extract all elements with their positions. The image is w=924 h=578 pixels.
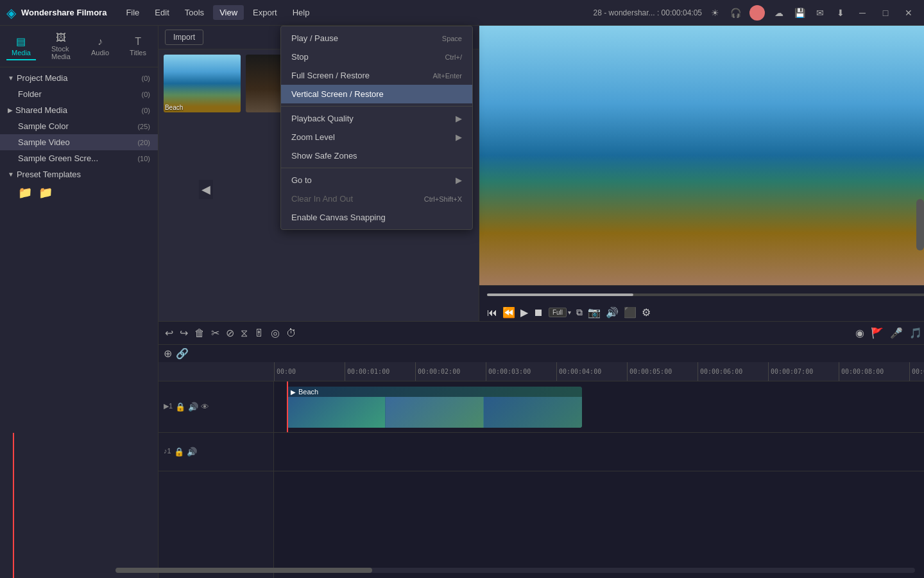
stop-label: Stop bbox=[291, 52, 309, 62]
ruler-09: 00:00:09:00 bbox=[909, 362, 924, 381]
marker-button[interactable]: 🚩 bbox=[871, 327, 884, 339]
snapshot-button[interactable]: 📷 bbox=[588, 306, 601, 319]
save-frame-button[interactable]: ⬛ bbox=[624, 306, 637, 319]
tab-media[interactable]: ▤ Media bbox=[6, 33, 36, 60]
snap-button[interactable]: ◉ bbox=[855, 327, 864, 339]
sample-video-count: (20) bbox=[137, 139, 150, 146]
redo-button[interactable]: ↪ bbox=[180, 327, 188, 339]
timeline-scrollbar[interactable] bbox=[116, 568, 915, 573]
goto-arrow: ▶ bbox=[456, 175, 462, 185]
menu-goto[interactable]: Go to ▶ bbox=[281, 171, 472, 189]
tab-audio[interactable]: ♪ Audio bbox=[86, 33, 114, 59]
mail-icon[interactable]: ✉ bbox=[814, 6, 826, 19]
menu-zoom-level[interactable]: Zoom Level ▶ bbox=[281, 128, 472, 146]
folder-count: (0) bbox=[142, 91, 150, 98]
tab-stock-media[interactable]: 🖼 Stock Media bbox=[46, 30, 76, 63]
menu-canvas-snap[interactable]: Enable Canvas Snapping bbox=[281, 208, 472, 227]
clip-name: Beach bbox=[298, 388, 318, 396]
menu-export[interactable]: Export bbox=[246, 5, 284, 20]
menu-view[interactable]: View bbox=[213, 5, 244, 20]
preset-templates-item[interactable]: ▼ Preset Templates bbox=[0, 166, 158, 182]
track1-volume-icon[interactable]: 🔊 bbox=[188, 402, 198, 412]
track2-note-icon[interactable]: ♪1 bbox=[164, 447, 171, 457]
media-tab-icon: ▤ bbox=[16, 35, 26, 48]
menu-stop[interactable]: Stop Ctrl+/ bbox=[281, 48, 472, 66]
save-icon[interactable]: 💾 bbox=[793, 6, 806, 19]
maximize-button[interactable]: □ bbox=[877, 4, 894, 22]
right-scroll-handle[interactable] bbox=[916, 199, 924, 250]
preview-controls: { } 00:00:00:00 bbox=[479, 285, 924, 304]
import-button[interactable]: Import bbox=[165, 30, 203, 45]
expand-arrow: ▼ bbox=[8, 74, 14, 82]
menu-clear-inout: Clear In And Out Ctrl+Shift+X bbox=[281, 189, 472, 208]
headphones-icon[interactable]: 🎧 bbox=[729, 6, 742, 19]
full-dropdown-arrow[interactable]: ▾ bbox=[568, 309, 571, 316]
audio-adjust-button[interactable]: 🎚 bbox=[254, 328, 264, 339]
left-scroll-arrow[interactable]: ◀ bbox=[199, 180, 213, 199]
speed-button[interactable]: ⏱ bbox=[286, 328, 296, 339]
minimize-button[interactable]: ─ bbox=[853, 4, 871, 22]
download-icon[interactable]: ⬇ bbox=[834, 6, 847, 19]
beach-clip[interactable]: ▶ Beach bbox=[287, 387, 582, 428]
clip-button[interactable]: ⊘ bbox=[226, 327, 234, 339]
screen-mode-button[interactable]: ⧉ bbox=[576, 307, 583, 318]
beach-preview-image bbox=[479, 26, 924, 285]
avatar[interactable] bbox=[749, 5, 765, 21]
preview-progress-bar[interactable] bbox=[487, 293, 924, 296]
tab-titles[interactable]: T Titles bbox=[124, 33, 151, 59]
close-button[interactable]: ✕ bbox=[900, 4, 918, 22]
play-button[interactable]: ▶ bbox=[520, 306, 528, 319]
sample-video-item[interactable]: Sample Video (20) bbox=[0, 134, 158, 150]
adjust-button[interactable]: ⧖ bbox=[241, 328, 248, 339]
shared-media-item[interactable]: ▶ Shared Media (0) bbox=[0, 102, 158, 118]
app-logo: ◈ bbox=[6, 5, 16, 21]
track1-lock-icon[interactable]: 🔒 bbox=[175, 402, 185, 412]
menu-tools[interactable]: Tools bbox=[178, 5, 210, 20]
playback-quality-arrow: ▶ bbox=[456, 114, 462, 123]
menu-vertical-screen[interactable]: Vertical Screen / Restore bbox=[281, 85, 472, 103]
cut-button[interactable]: ✂ bbox=[211, 327, 219, 339]
preview-video bbox=[479, 26, 924, 285]
sample-color-item[interactable]: Sample Color (25) bbox=[0, 118, 158, 134]
beach-thumbnail[interactable]: Beach bbox=[164, 55, 241, 112]
titlebar: ◈ Wondershare Filmora File Edit Tools Vi… bbox=[0, 0, 924, 26]
safe-zones-label: Show Safe Zones bbox=[291, 151, 357, 161]
top-section: Import Export ▽ ⠿ ◀ Beach bbox=[158, 26, 924, 321]
delete-button[interactable]: 🗑 bbox=[194, 328, 205, 339]
menu-file[interactable]: File bbox=[119, 5, 146, 20]
track1-play-icon[interactable]: ▶1 bbox=[164, 402, 173, 412]
timeline-scrollbar-thumb[interactable] bbox=[116, 568, 372, 573]
track2-lock-icon[interactable]: 🔒 bbox=[174, 447, 184, 457]
link-icon[interactable]: 🔗 bbox=[176, 347, 189, 360]
menu-help[interactable]: Help bbox=[286, 5, 316, 20]
preview-panel: { } 00:00:00:00 ⏮ ⏪ ▶ ⏹ Full ▾ ⧉ 📷 🔊 bbox=[479, 26, 924, 321]
menu-edit[interactable]: Edit bbox=[148, 5, 175, 20]
sample-green-label: Sample Green Scre... bbox=[18, 153, 137, 163]
motion-button[interactable]: ◎ bbox=[271, 327, 280, 339]
sample-green-item[interactable]: Sample Green Scre... (10) bbox=[0, 150, 158, 166]
track1-eye-icon[interactable]: 👁 bbox=[201, 402, 209, 412]
project-media-item[interactable]: ▼ Project Media (0) bbox=[0, 70, 158, 86]
sun-icon[interactable]: ☀ bbox=[708, 6, 721, 19]
settings-button[interactable]: ⚙ bbox=[642, 306, 651, 319]
tab-media-label: Media bbox=[12, 49, 31, 57]
volume-button[interactable]: 🔊 bbox=[606, 306, 619, 319]
clip-play-icon: ▶ bbox=[291, 389, 296, 396]
menu-play-pause[interactable]: Play / Pause Space bbox=[281, 29, 472, 48]
audio-track-button[interactable]: 🎵 bbox=[909, 327, 922, 339]
mic-button[interactable]: 🎤 bbox=[890, 327, 903, 339]
undo-button[interactable]: ↩ bbox=[165, 327, 173, 339]
folder-item[interactable]: Folder (0) bbox=[0, 86, 158, 102]
menu-playback-quality[interactable]: Playback Quality ▶ bbox=[281, 109, 472, 128]
prev-frame-button[interactable]: ⏪ bbox=[502, 306, 515, 319]
preset-folder-icons[interactable]: 📁 📁 bbox=[0, 182, 158, 203]
track2-volume-icon[interactable]: 🔊 bbox=[187, 447, 197, 457]
menu-safe-zones[interactable]: Show Safe Zones bbox=[281, 146, 472, 165]
add-track-icon[interactable]: ⊕ bbox=[164, 347, 172, 360]
cloud-icon[interactable]: ☁ bbox=[773, 6, 785, 19]
menu-fullscreen[interactable]: Full Screen / Restore Alt+Enter bbox=[281, 66, 472, 85]
full-badge[interactable]: Full bbox=[549, 308, 567, 317]
stop-button[interactable]: ⏹ bbox=[533, 307, 543, 319]
step-back-button[interactable]: ⏮ bbox=[487, 307, 497, 319]
timeline-tracks: ▶1 🔒 🔊 👁 ♪1 🔒 🔊 bbox=[158, 381, 924, 578]
